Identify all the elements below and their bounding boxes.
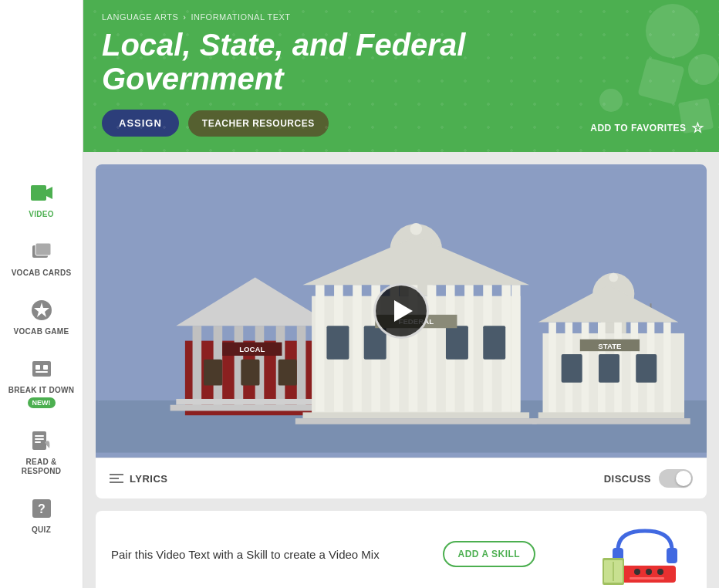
- sidebar-item-vocab-cards[interactable]: VOCAB CARDS: [0, 228, 83, 287]
- svg-point-89: [634, 569, 640, 575]
- svg-text:LOCAL: LOCAL: [239, 345, 265, 353]
- svg-rect-35: [278, 360, 297, 386]
- lyrics-button[interactable]: LYRICS: [110, 473, 167, 485]
- lyrics-line-2: [110, 478, 119, 479]
- svg-rect-3: [35, 243, 51, 255]
- sidebar-item-read-respond-label: READ & RESPOND: [6, 458, 76, 476]
- svg-rect-8: [43, 365, 48, 370]
- sidebar-item-vocab-game-label: VOCAB GAME: [14, 327, 69, 336]
- sidebar-item-read-respond[interactable]: READ & RESPOND: [0, 417, 83, 485]
- sidebar-item-vocab-cards-label: VOCAB CARDS: [12, 269, 72, 278]
- sidebar-item-break-it-down[interactable]: BREAK IT DOWN NEW!: [0, 346, 83, 417]
- svg-rect-57: [295, 418, 537, 424]
- add-skill-button[interactable]: ADD A SKILL: [443, 541, 536, 567]
- break-it-down-icon: [28, 355, 56, 383]
- lyrics-label: LYRICS: [130, 473, 167, 485]
- sidebar: VIDEO VOCAB CARDS VOCAB GAME: [0, 0, 83, 588]
- svg-rect-82: [599, 354, 619, 383]
- video-mix-text: Pair this Video Text with a Skill to cre…: [111, 548, 380, 561]
- svg-rect-87: [667, 548, 677, 563]
- svg-rect-10: [32, 431, 46, 450]
- new-badge: NEW!: [28, 397, 56, 408]
- video-mix-bar: Pair this Video Text with a Skill to cre…: [96, 511, 707, 588]
- svg-rect-60: [446, 326, 468, 359]
- read-respond-icon: [28, 427, 56, 455]
- main-content: Language Arts › Informational Text Local…: [83, 0, 719, 588]
- discuss-area: DISCUSS: [604, 469, 693, 488]
- play-button[interactable]: [373, 283, 429, 339]
- svg-rect-80: [532, 418, 690, 424]
- header-decoration: [488, 0, 719, 135]
- svg-rect-18: [637, 57, 684, 104]
- dj-illustration-svg: [599, 523, 691, 585]
- teacher-resources-button[interactable]: TEACHER RESOURCES: [188, 110, 329, 137]
- video-card: LOCAL: [96, 164, 707, 498]
- assign-button[interactable]: ASSIGN: [102, 110, 179, 137]
- svg-rect-13: [35, 441, 41, 443]
- svg-rect-43: [316, 285, 325, 411]
- content-area: LOCAL: [83, 152, 719, 588]
- svg-rect-12: [35, 438, 44, 440]
- svg-rect-9: [35, 371, 48, 373]
- svg-rect-45: [353, 285, 362, 411]
- svg-rect-0: [31, 185, 46, 201]
- svg-rect-72: [582, 322, 589, 415]
- quiz-icon: ?: [28, 495, 56, 522]
- svg-rect-79: [538, 412, 684, 418]
- play-triangle-icon: [394, 300, 413, 322]
- sidebar-item-quiz-label: QUIZ: [32, 525, 51, 535]
- svg-marker-1: [46, 187, 52, 199]
- breadcrumb-current: Informational Text: [191, 12, 290, 22]
- lyrics-line-1: [110, 474, 123, 475]
- svg-rect-70: [549, 322, 556, 415]
- star-icon: ☆: [691, 120, 704, 137]
- svg-rect-77: [663, 322, 671, 415]
- sidebar-item-break-it-down-label: BREAK IT DOWN: [8, 386, 75, 395]
- lyrics-lines-icon: [110, 474, 123, 483]
- add-favorites-label: ADD TO FAVORITES: [590, 123, 686, 133]
- svg-rect-58: [326, 326, 349, 359]
- toggle-knob: [676, 471, 691, 486]
- svg-text:STATE: STATE: [598, 342, 622, 350]
- svg-rect-49: [427, 285, 437, 411]
- discuss-label: DISCUSS: [604, 473, 651, 485]
- svg-rect-34: [241, 360, 259, 386]
- dj-illustration: [599, 523, 691, 585]
- breadcrumb-parent: Language Arts: [102, 12, 178, 22]
- svg-text:?: ?: [38, 502, 46, 515]
- svg-rect-81: [562, 354, 582, 383]
- svg-rect-7: [35, 365, 40, 370]
- video-thumbnail: LOCAL: [96, 164, 707, 458]
- svg-rect-31: [176, 399, 334, 405]
- svg-rect-61: [483, 326, 505, 359]
- breadcrumb-separator: ›: [183, 12, 186, 22]
- sidebar-item-vocab-game[interactable]: VOCAB GAME: [0, 287, 83, 346]
- svg-point-42: [410, 223, 422, 235]
- svg-rect-24: [193, 326, 202, 407]
- vocab-game-icon: [28, 296, 56, 324]
- video-footer: LYRICS DISCUSS: [96, 458, 707, 498]
- svg-rect-6: [32, 361, 51, 377]
- sidebar-item-video-label: VIDEO: [29, 210, 54, 219]
- svg-point-68: [609, 273, 618, 282]
- add-favorites-button[interactable]: ADD TO FAVORITES ☆: [590, 120, 704, 137]
- svg-point-16: [646, 4, 700, 58]
- lyrics-line-3: [110, 482, 123, 483]
- vocab-cards-icon: [28, 238, 56, 265]
- sidebar-item-video[interactable]: VIDEO: [0, 170, 83, 228]
- svg-rect-92: [630, 577, 664, 580]
- svg-point-17: [688, 54, 719, 85]
- video-icon: [28, 179, 56, 207]
- discuss-toggle[interactable]: [659, 469, 693, 488]
- svg-rect-54: [511, 285, 521, 411]
- svg-rect-33: [204, 360, 222, 386]
- svg-rect-29: [297, 326, 306, 407]
- header: Language Arts › Informational Text Local…: [83, 0, 719, 152]
- svg-point-19: [599, 89, 623, 112]
- svg-point-91: [657, 569, 663, 575]
- svg-point-90: [646, 569, 652, 575]
- svg-rect-56: [303, 412, 530, 418]
- sidebar-item-quiz[interactable]: ? QUIZ: [0, 485, 83, 544]
- svg-rect-11: [35, 435, 44, 437]
- svg-rect-83: [636, 354, 657, 383]
